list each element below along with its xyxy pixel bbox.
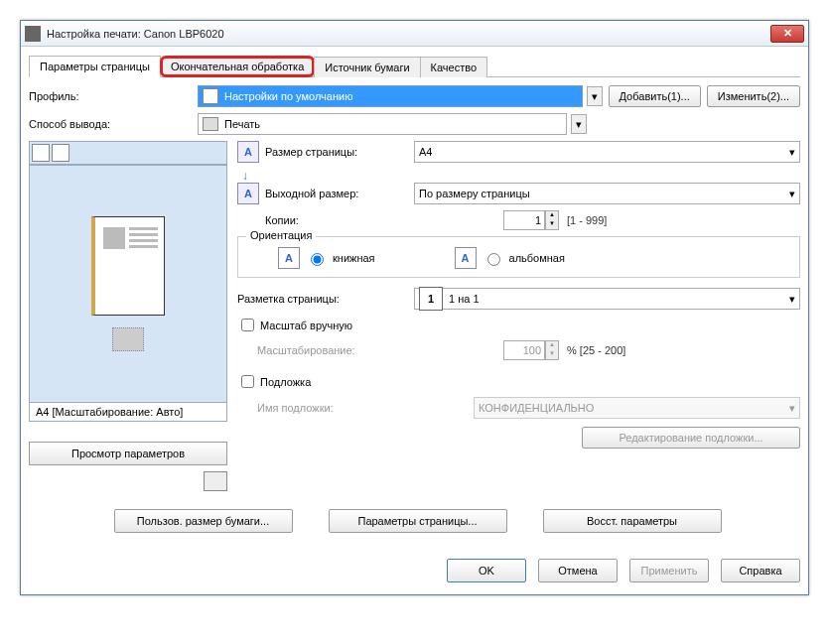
copies-spinner[interactable]: ▲▼: [545, 210, 559, 230]
edit-underlay-button: Редактирование подложки...: [582, 427, 800, 449]
portrait-label: книжная: [333, 252, 375, 264]
underlay-name-label: Имя подложки:: [257, 402, 414, 414]
portrait-icon: A: [278, 247, 300, 269]
underlay-label: Подложка: [260, 376, 311, 388]
profile-select[interactable]: Настройки по умолчанию: [198, 85, 583, 107]
preview-tab-page-icon[interactable]: [32, 144, 50, 162]
print-settings-window: Настройка печати: Canon LBP6020 ✕ Параме…: [20, 20, 809, 595]
titlebar: Настройка печати: Canon LBP6020 ✕: [21, 21, 808, 47]
output-value: Печать: [224, 118, 260, 130]
close-button[interactable]: ✕: [770, 25, 804, 43]
profile-icon: [203, 88, 218, 104]
portrait-radio[interactable]: [311, 253, 324, 266]
landscape-icon: A: [455, 247, 477, 269]
orientation-legend: Ориентация: [246, 229, 316, 241]
tab-paper-source[interactable]: Источник бумаги: [314, 57, 420, 77]
copies-range: [1 - 999]: [567, 214, 607, 226]
manual-scale-checkbox[interactable]: [241, 319, 254, 331]
landscape-radio[interactable]: [487, 253, 500, 266]
preview-tab-printer-icon[interactable]: [52, 144, 69, 162]
arrow-down-icon: ↓: [242, 169, 800, 183]
apply-button: Применить: [629, 559, 709, 582]
preview-tabs: [29, 141, 227, 165]
orientation-group: Ориентация A книжная A альбомная: [237, 236, 800, 278]
underlay-select: КОНФИДЕНЦИАЛЬНО▾: [474, 397, 800, 419]
output-size-icon: A: [237, 183, 259, 204]
edit-profile-button[interactable]: Изменить(2)...: [707, 85, 800, 107]
custom-paper-size-button[interactable]: Пользов. размер бумаги...: [114, 509, 293, 533]
page-thumbnail: [91, 216, 165, 316]
page-size-label: Размер страницы:: [265, 146, 414, 158]
copies-input[interactable]: 1: [503, 210, 545, 230]
window-title: Настройка печати: Canon LBP6020: [47, 28, 770, 40]
printer-icon: [25, 26, 41, 42]
add-profile-button[interactable]: Добавить(1)...: [609, 85, 701, 107]
scaling-label: Масштабирование:: [257, 344, 414, 356]
page-params-button[interactable]: Параметры страницы...: [329, 509, 507, 533]
output-select[interactable]: Печать: [198, 113, 567, 135]
profile-dropdown-arrow[interactable]: ▾: [587, 86, 603, 106]
restore-params-button[interactable]: Восст. параметры: [543, 509, 722, 533]
layout-label: Разметка страницы:: [237, 293, 414, 305]
page-size-select[interactable]: A4▾: [414, 141, 800, 163]
underlay-checkbox[interactable]: [241, 375, 254, 388]
cancel-button[interactable]: Отмена: [538, 559, 618, 582]
layout-icon: 1: [419, 287, 443, 311]
paper-stack-icon: [112, 327, 144, 351]
preview-canvas: [29, 165, 227, 403]
tab-quality[interactable]: Качество: [420, 57, 488, 77]
tab-finishing[interactable]: Окончательная обработка: [160, 56, 315, 77]
output-size-label: Выходной размер:: [265, 188, 414, 199]
page-size-icon: A: [237, 141, 259, 163]
scaling-spinner: ▲▼: [545, 340, 559, 360]
landscape-label: альбомная: [509, 252, 565, 264]
help-tool-icon[interactable]: [204, 471, 227, 491]
layout-select[interactable]: 1 1 на 1 ▾: [414, 288, 800, 310]
output-label: Способ вывода:: [29, 118, 198, 130]
scaling-input: 100: [503, 340, 545, 360]
profile-value: Настройки по умолчанию: [224, 90, 352, 102]
manual-scale-label: Масштаб вручную: [260, 320, 352, 331]
copies-label: Копии:: [265, 214, 414, 226]
tab-strip: Параметры страницы Окончательная обработ…: [29, 55, 800, 77]
output-dropdown-arrow[interactable]: ▾: [571, 114, 587, 134]
ok-button[interactable]: OK: [447, 559, 526, 582]
scaling-range: % [25 - 200]: [567, 344, 625, 356]
help-button[interactable]: Справка: [721, 559, 800, 582]
view-params-button[interactable]: Просмотр параметров: [29, 442, 227, 465]
print-icon: [203, 117, 218, 131]
preview-status: A4 [Масштабирование: Авто]: [29, 403, 227, 422]
profile-label: Профиль:: [29, 90, 198, 102]
output-size-select[interactable]: По размеру страницы▾: [414, 183, 800, 204]
tab-page-params[interactable]: Параметры страницы: [29, 56, 161, 77]
